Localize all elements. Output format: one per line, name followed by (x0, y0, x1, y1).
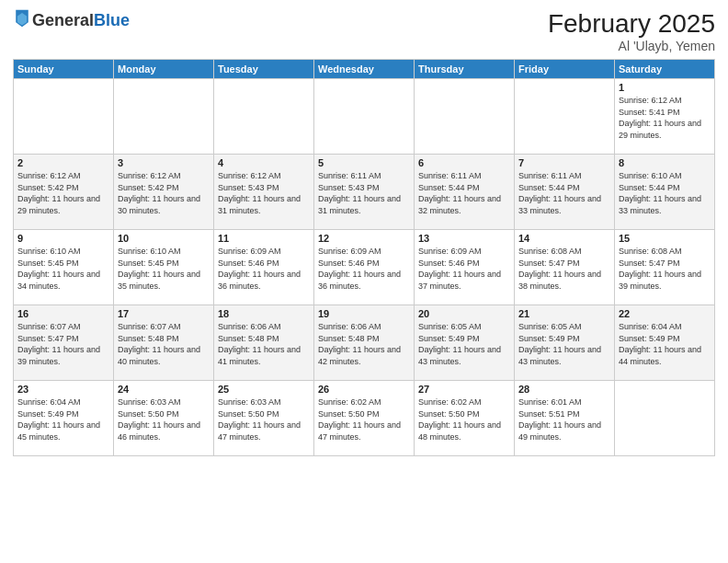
table-row: 14Sunrise: 6:08 AM Sunset: 5:47 PM Dayli… (515, 230, 615, 305)
logo-general-text: General (32, 11, 94, 29)
table-row: 7Sunrise: 6:11 AM Sunset: 5:44 PM Daylig… (515, 155, 615, 230)
table-row: 11Sunrise: 6:09 AM Sunset: 5:46 PM Dayli… (214, 230, 314, 305)
day-info: Sunrise: 6:09 AM Sunset: 5:46 PM Dayligh… (418, 246, 510, 292)
day-info: Sunrise: 6:10 AM Sunset: 5:45 PM Dayligh… (118, 246, 210, 292)
day-number: 3 (118, 157, 210, 168)
col-sunday: Sunday (14, 60, 114, 79)
day-info: Sunrise: 6:06 AM Sunset: 5:48 PM Dayligh… (318, 321, 410, 367)
calendar-week-row: 9Sunrise: 6:10 AM Sunset: 5:45 PM Daylig… (14, 230, 715, 305)
day-number: 18 (218, 308, 310, 319)
table-row (14, 79, 114, 155)
table-row (415, 79, 515, 155)
day-number: 23 (17, 384, 109, 395)
day-info: Sunrise: 6:10 AM Sunset: 5:45 PM Dayligh… (17, 246, 109, 292)
day-info: Sunrise: 6:04 AM Sunset: 5:49 PM Dayligh… (17, 396, 109, 442)
day-info: Sunrise: 6:11 AM Sunset: 5:44 PM Dayligh… (418, 170, 510, 216)
calendar-week-row: 16Sunrise: 6:07 AM Sunset: 5:47 PM Dayli… (14, 305, 715, 381)
day-number: 4 (218, 157, 310, 168)
table-row: 24Sunrise: 6:03 AM Sunset: 5:50 PM Dayli… (114, 381, 214, 456)
calendar-week-row: 1Sunrise: 6:12 AM Sunset: 5:41 PM Daylig… (14, 79, 715, 155)
day-info: Sunrise: 6:04 AM Sunset: 5:49 PM Dayligh… (619, 321, 711, 367)
month-title: February 2025 (548, 9, 715, 39)
table-row: 4Sunrise: 6:12 AM Sunset: 5:43 PM Daylig… (214, 155, 314, 230)
table-row: 28Sunrise: 6:01 AM Sunset: 5:51 PM Dayli… (515, 381, 615, 456)
table-row: 6Sunrise: 6:11 AM Sunset: 5:44 PM Daylig… (415, 155, 515, 230)
day-number: 10 (118, 233, 210, 244)
title-block: February 2025 Al 'Ulayb, Yemen (548, 9, 715, 53)
day-number: 22 (619, 308, 711, 319)
table-row (314, 79, 415, 155)
col-saturday: Saturday (615, 60, 715, 79)
day-info: Sunrise: 6:05 AM Sunset: 5:49 PM Dayligh… (418, 321, 510, 367)
calendar-week-row: 23Sunrise: 6:04 AM Sunset: 5:49 PM Dayli… (14, 381, 715, 456)
table-row (214, 79, 314, 155)
day-number: 8 (619, 157, 711, 168)
day-number: 5 (318, 157, 410, 168)
day-number: 19 (318, 308, 410, 319)
table-row: 3Sunrise: 6:12 AM Sunset: 5:42 PM Daylig… (114, 155, 214, 230)
day-info: Sunrise: 6:03 AM Sunset: 5:50 PM Dayligh… (118, 396, 210, 442)
logo-blue-text: Blue (94, 11, 130, 29)
table-row: 16Sunrise: 6:07 AM Sunset: 5:47 PM Dayli… (14, 305, 114, 381)
table-row: 17Sunrise: 6:07 AM Sunset: 5:48 PM Dayli… (114, 305, 214, 381)
day-info: Sunrise: 6:01 AM Sunset: 5:51 PM Dayligh… (518, 396, 610, 442)
table-row: 20Sunrise: 6:05 AM Sunset: 5:49 PM Dayli… (415, 305, 515, 381)
day-info: Sunrise: 6:07 AM Sunset: 5:47 PM Dayligh… (17, 321, 109, 367)
day-info: Sunrise: 6:11 AM Sunset: 5:44 PM Dayligh… (518, 170, 610, 216)
col-monday: Monday (114, 60, 214, 79)
table-row: 27Sunrise: 6:02 AM Sunset: 5:50 PM Dayli… (415, 381, 515, 456)
day-info: Sunrise: 6:10 AM Sunset: 5:44 PM Dayligh… (619, 170, 711, 216)
day-number: 27 (418, 384, 510, 395)
day-number: 16 (17, 308, 109, 319)
day-info: Sunrise: 6:09 AM Sunset: 5:46 PM Dayligh… (318, 246, 410, 292)
day-number: 26 (318, 384, 410, 395)
table-row: 18Sunrise: 6:06 AM Sunset: 5:48 PM Dayli… (214, 305, 314, 381)
day-info: Sunrise: 6:03 AM Sunset: 5:50 PM Dayligh… (218, 396, 310, 442)
day-info: Sunrise: 6:12 AM Sunset: 5:42 PM Dayligh… (118, 170, 210, 216)
day-number: 14 (518, 233, 610, 244)
day-info: Sunrise: 6:05 AM Sunset: 5:49 PM Dayligh… (518, 321, 610, 367)
day-number: 11 (218, 233, 310, 244)
header: GeneralBlue February 2025 Al 'Ulayb, Yem… (13, 9, 715, 53)
day-info: Sunrise: 6:12 AM Sunset: 5:43 PM Dayligh… (218, 170, 310, 216)
day-number: 28 (518, 384, 610, 395)
table-row: 8Sunrise: 6:10 AM Sunset: 5:44 PM Daylig… (615, 155, 715, 230)
col-wednesday: Wednesday (314, 60, 415, 79)
table-row: 1Sunrise: 6:12 AM Sunset: 5:41 PM Daylig… (615, 79, 715, 155)
day-number: 21 (518, 308, 610, 319)
day-number: 7 (518, 157, 610, 168)
table-row: 19Sunrise: 6:06 AM Sunset: 5:48 PM Dayli… (314, 305, 415, 381)
day-info: Sunrise: 6:07 AM Sunset: 5:48 PM Dayligh… (118, 321, 210, 367)
day-info: Sunrise: 6:06 AM Sunset: 5:48 PM Dayligh… (218, 321, 310, 367)
table-row: 9Sunrise: 6:10 AM Sunset: 5:45 PM Daylig… (14, 230, 114, 305)
day-number: 1 (619, 82, 711, 93)
day-info: Sunrise: 6:12 AM Sunset: 5:41 PM Dayligh… (619, 95, 711, 141)
table-row: 10Sunrise: 6:10 AM Sunset: 5:45 PM Dayli… (114, 230, 214, 305)
day-number: 25 (218, 384, 310, 395)
table-row: 13Sunrise: 6:09 AM Sunset: 5:46 PM Dayli… (415, 230, 515, 305)
table-row: 26Sunrise: 6:02 AM Sunset: 5:50 PM Dayli… (314, 381, 415, 456)
day-number: 6 (418, 157, 510, 168)
day-info: Sunrise: 6:02 AM Sunset: 5:50 PM Dayligh… (318, 396, 410, 442)
table-row: 22Sunrise: 6:04 AM Sunset: 5:49 PM Dayli… (615, 305, 715, 381)
page: GeneralBlue February 2025 Al 'Ulayb, Yem… (0, 0, 728, 563)
table-row (515, 79, 615, 155)
table-row: 12Sunrise: 6:09 AM Sunset: 5:46 PM Dayli… (314, 230, 415, 305)
day-number: 15 (619, 233, 711, 244)
table-row: 21Sunrise: 6:05 AM Sunset: 5:49 PM Dayli… (515, 305, 615, 381)
col-tuesday: Tuesday (214, 60, 314, 79)
day-info: Sunrise: 6:09 AM Sunset: 5:46 PM Dayligh… (218, 246, 310, 292)
day-number: 13 (418, 233, 510, 244)
col-thursday: Thursday (415, 60, 515, 79)
location: Al 'Ulayb, Yemen (548, 39, 715, 53)
day-number: 20 (418, 308, 510, 319)
table-row: 23Sunrise: 6:04 AM Sunset: 5:49 PM Dayli… (14, 381, 114, 456)
day-number: 12 (318, 233, 410, 244)
table-row: 15Sunrise: 6:08 AM Sunset: 5:47 PM Dayli… (615, 230, 715, 305)
day-info: Sunrise: 6:08 AM Sunset: 5:47 PM Dayligh… (518, 246, 610, 292)
day-info: Sunrise: 6:12 AM Sunset: 5:42 PM Dayligh… (17, 170, 109, 216)
logo: GeneralBlue (13, 9, 130, 33)
col-friday: Friday (515, 60, 615, 79)
table-row (615, 381, 715, 456)
table-row: 2Sunrise: 6:12 AM Sunset: 5:42 PM Daylig… (14, 155, 114, 230)
